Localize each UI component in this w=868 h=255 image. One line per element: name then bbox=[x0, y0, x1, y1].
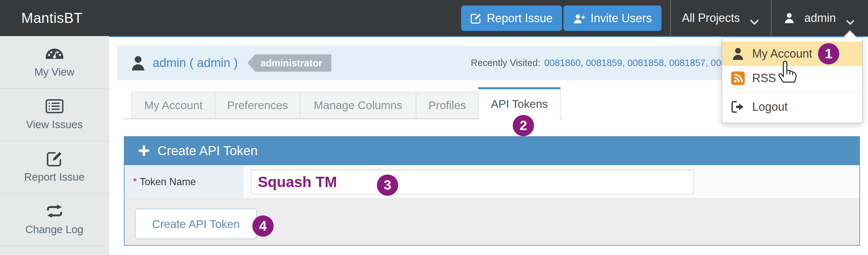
menu-item-label: Logout bbox=[752, 100, 788, 114]
panel-title: Create API Token bbox=[157, 144, 258, 158]
app-brand[interactable]: MantisBT bbox=[21, 0, 83, 36]
panel-header: Create API Token bbox=[125, 136, 859, 165]
report-issue-button[interactable]: Report Issue bbox=[461, 5, 562, 31]
menu-item-label: My Account bbox=[752, 47, 812, 61]
project-selector-label: All Projects bbox=[682, 11, 740, 25]
annotation-step-badge: 2 bbox=[513, 115, 534, 136]
panel-footer-row: Create API Token bbox=[125, 199, 859, 245]
list-icon bbox=[45, 99, 64, 114]
create-api-token-button[interactable]: Create API Token bbox=[135, 209, 257, 239]
token-name-row: * Token Name bbox=[125, 165, 859, 199]
tab-manage-columns[interactable]: Manage Columns bbox=[300, 92, 416, 119]
sidebar-item-label: My View bbox=[34, 66, 74, 78]
token-name-label-cell: * Token Name bbox=[125, 165, 245, 198]
user-icon bbox=[131, 55, 146, 71]
user-icon bbox=[731, 47, 745, 61]
user-plus-icon bbox=[573, 13, 585, 24]
menu-item-logout[interactable]: Logout bbox=[722, 95, 862, 119]
edit-icon bbox=[45, 151, 64, 166]
required-marker: * bbox=[133, 176, 137, 188]
sidebar-item-report-issue[interactable]: Report Issue bbox=[0, 141, 109, 193]
create-api-token-panel: Create API Token * Token Name Create API… bbox=[124, 136, 860, 246]
token-name-input[interactable] bbox=[251, 170, 694, 194]
invite-users-label: Invite Users bbox=[590, 11, 652, 25]
chevron-down-icon bbox=[846, 15, 856, 21]
sidebar-item-my-view[interactable]: My View bbox=[0, 36, 109, 88]
project-selector[interactable]: All Projects bbox=[671, 0, 770, 36]
recently-visited-links[interactable]: 0081860, 0081859, 0081858, 0081857, 0081 bbox=[544, 58, 732, 68]
top-navbar: MantisBT Report Issue Invite Users All P… bbox=[0, 0, 868, 36]
tab-my-account[interactable]: My Account bbox=[132, 92, 215, 119]
dropdown-caret-fill bbox=[843, 31, 857, 38]
sidebar: My View View Issues Report Issue Change … bbox=[0, 36, 109, 255]
sidebar-item-label: Change Log bbox=[26, 223, 84, 236]
plus-icon bbox=[138, 145, 150, 156]
annotation-step-badge: 4 bbox=[252, 215, 274, 236]
recently-visited-label: Recently Visited: bbox=[471, 58, 540, 68]
annotation-step-badge: 3 bbox=[377, 175, 398, 196]
dashboard-icon bbox=[45, 46, 64, 61]
user-icon bbox=[784, 12, 795, 24]
current-user-link[interactable]: admin ( admin ) bbox=[153, 56, 238, 70]
user-name-label: admin bbox=[804, 11, 836, 25]
tab-preferences[interactable]: Preferences bbox=[215, 92, 300, 119]
annotation-step-badge: 1 bbox=[818, 43, 839, 64]
account-tabs: My Account Preferences Manage Columns Pr… bbox=[124, 87, 562, 119]
logout-icon bbox=[731, 100, 745, 114]
rss-icon bbox=[731, 71, 745, 85]
role-badge: administrator bbox=[247, 54, 331, 72]
sidebar-item-label: Report Issue bbox=[24, 171, 85, 183]
chevron-down-icon bbox=[750, 15, 759, 21]
pencil-square-icon bbox=[470, 13, 482, 24]
menu-divider bbox=[722, 93, 862, 93]
sidebar-item-change-log[interactable]: Change Log bbox=[0, 193, 109, 246]
token-name-field-cell bbox=[245, 165, 859, 198]
report-issue-label: Report Issue bbox=[487, 11, 552, 25]
mantisbt-page: MantisBT Report Issue Invite Users All P… bbox=[0, 0, 868, 255]
menu-item-label: RSS bbox=[752, 71, 776, 85]
recently-visited: Recently Visited: 0081860, 0081859, 0081… bbox=[471, 46, 732, 80]
sidebar-item-view-issues[interactable]: View Issues bbox=[0, 88, 109, 141]
token-name-label: Token Name bbox=[140, 176, 196, 188]
hand-cursor-icon bbox=[776, 60, 797, 83]
tab-api-tokens[interactable]: API Tokens bbox=[478, 87, 560, 119]
change-log-icon bbox=[45, 204, 64, 219]
invite-users-button[interactable]: Invite Users bbox=[563, 5, 661, 31]
sidebar-item-label: View Issues bbox=[26, 118, 83, 131]
tab-profiles[interactable]: Profiles bbox=[416, 92, 478, 119]
